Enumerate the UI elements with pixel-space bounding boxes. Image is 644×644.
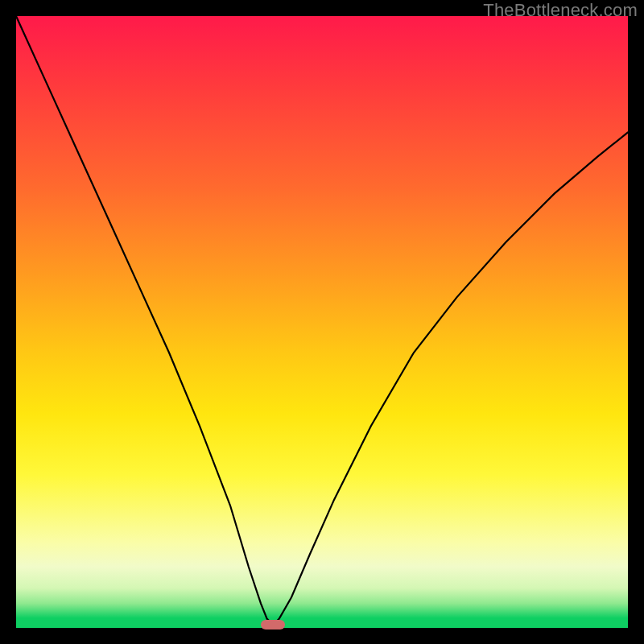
curve-svg — [16, 16, 628, 628]
plot-area — [16, 16, 628, 628]
optimal-point-marker — [261, 620, 285, 630]
bottleneck-curve — [16, 16, 628, 625]
